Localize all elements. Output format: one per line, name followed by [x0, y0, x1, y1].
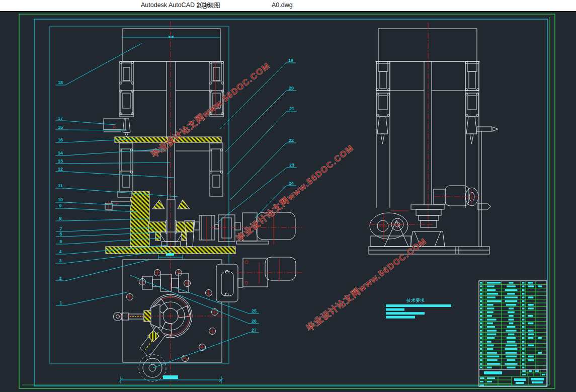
drawing-title: 1.总装图 — [196, 2, 220, 10]
svg-text:24: 24 — [289, 181, 294, 186]
svg-text:4: 4 — [59, 249, 61, 254]
svg-text:13: 13 — [58, 159, 63, 164]
svg-text:7: 7 — [59, 226, 62, 231]
svg-text:27: 27 — [252, 328, 257, 333]
tech-requirements-line-bar — [386, 308, 404, 311]
cad-canvas[interactable]: 技术要求 毕业设计论文网www.56DOC.COM毕业设计论文网www.56DO… — [0, 0, 576, 392]
svg-text:5: 5 — [59, 239, 62, 244]
tech-requirements-line-bar — [386, 304, 451, 307]
window-titlebar[interactable]: Autodesk AutoCAD 2016 1.总装图 A0.dwg — [0, 0, 576, 12]
file-name: A0.dwg — [272, 2, 293, 9]
svg-text:15: 15 — [58, 125, 63, 130]
svg-text:19: 19 — [288, 58, 293, 63]
svg-text:10: 10 — [58, 197, 63, 202]
svg-text:2: 2 — [59, 276, 61, 281]
tech-requirements-title: 技术要求 — [406, 298, 425, 303]
svg-text:17: 17 — [58, 116, 63, 121]
svg-text:11: 11 — [58, 183, 63, 188]
svg-text:23: 23 — [289, 163, 294, 168]
svg-text:8: 8 — [59, 216, 61, 221]
svg-text:3: 3 — [59, 258, 61, 263]
svg-text:1: 1 — [59, 300, 62, 305]
svg-text:9: 9 — [59, 203, 61, 208]
svg-text:22: 22 — [289, 138, 294, 143]
tech-requirements-line-bar — [386, 316, 415, 319]
svg-text:16: 16 — [58, 137, 63, 142]
svg-text:20: 20 — [289, 86, 294, 91]
svg-text:18: 18 — [58, 80, 63, 85]
svg-text:26: 26 — [252, 319, 257, 324]
tech-requirements-line-bar — [386, 312, 425, 315]
svg-text:21: 21 — [289, 106, 294, 111]
svg-text:12: 12 — [58, 167, 63, 172]
svg-text:25: 25 — [252, 308, 257, 313]
svg-text:14: 14 — [58, 150, 63, 155]
svg-text:6: 6 — [59, 231, 62, 237]
